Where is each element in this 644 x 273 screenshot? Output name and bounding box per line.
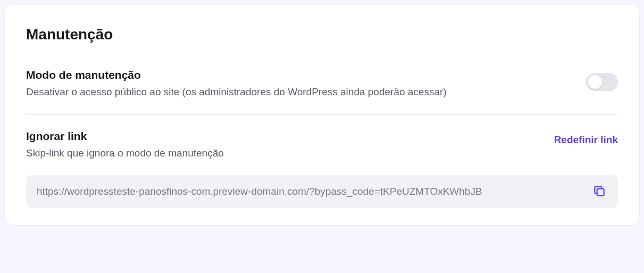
ignore-link-title: Ignorar link [26,130,541,143]
ignore-link-text: Ignorar link Skip-link que ignora o modo… [26,130,541,161]
ignore-link-action: Redefinir link [554,130,618,146]
bypass-url-text[interactable]: https://wordpressteste-panosfinos-com.pr… [37,186,583,197]
maintenance-mode-text: Modo de manutenção Desativar o acesso pú… [26,69,573,100]
ignore-link-row: Ignorar link Skip-link que ignora o modo… [26,130,618,161]
reset-link-button[interactable]: Redefinir link [554,134,618,146]
maintenance-mode-description: Desativar o acesso público ao site (os a… [26,85,573,100]
ignore-link-description: Skip-link que ignora o modo de manutençã… [26,146,541,161]
divider [26,114,618,115]
svg-rect-0 [597,188,604,195]
bypass-url-field: https://wordpressteste-panosfinos-com.pr… [26,175,618,208]
copy-url-button[interactable] [591,184,607,200]
maintenance-mode-row: Modo de manutenção Desativar o acesso pú… [26,69,618,100]
maintenance-mode-title: Modo de manutenção [26,69,573,81]
maintenance-mode-action [586,69,618,91]
maintenance-card: Manutenção Modo de manutenção Desativar … [4,4,640,226]
toggle-knob [588,75,602,89]
maintenance-mode-toggle[interactable] [586,73,618,91]
copy-icon [592,184,606,200]
card-title: Manutenção [26,26,618,43]
